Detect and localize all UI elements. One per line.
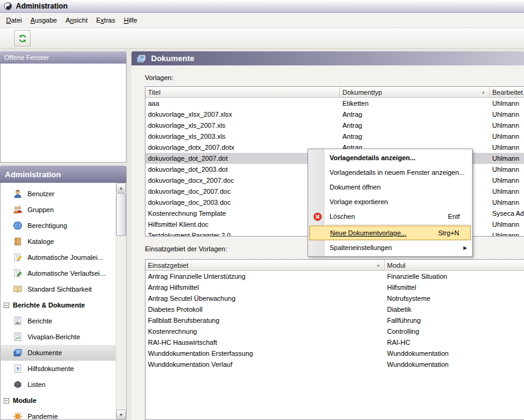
admin-panel-header: Administration bbox=[0, 166, 127, 183]
column-header-einsatzgebiet[interactable]: Einsatzgebiet▲ bbox=[146, 260, 385, 270]
table-cell: Antrag bbox=[340, 131, 490, 142]
toolbar-refresh-button[interactable] bbox=[14, 30, 31, 46]
menu-ausgabe[interactable]: Ausgabe bbox=[26, 14, 61, 26]
scrollbar-thumb[interactable] bbox=[116, 193, 126, 236]
sidebar-item-label: Gruppen bbox=[28, 206, 54, 213]
context-menu-item-loeschen[interactable]: LöschenEntf bbox=[309, 209, 471, 224]
sidebar-item-automatische-verlaufsei[interactable]: Automatische Verlaufsei... bbox=[1, 265, 116, 281]
sidebar-item-label: Dokumente bbox=[28, 349, 62, 356]
table-row[interactable]: aaaEtikettenUhlmann bbox=[146, 98, 524, 109]
context-menu-item-neue-dokumentvorlage[interactable]: Neue Dokumentvorlage...Strg+N bbox=[309, 226, 471, 240]
delete-icon bbox=[309, 212, 325, 221]
vorlagen-label: Vorlagen: bbox=[145, 74, 173, 81]
collapse-icon[interactable]: − bbox=[4, 303, 9, 308]
open-windows-list[interactable] bbox=[0, 64, 127, 163]
sidebar-item-module[interactable]: −Module bbox=[1, 392, 116, 408]
table-cell: Uhlmann bbox=[490, 120, 524, 131]
table-row[interactable]: KostenrechnungControlling bbox=[146, 326, 524, 337]
table-row[interactable]: Antrag Finanzielle UnterstützungFinanzie… bbox=[146, 271, 524, 282]
table-row[interactable]: Fallblatt BerufsberatungFallführung bbox=[146, 315, 524, 326]
collapse-icon[interactable]: − bbox=[4, 398, 9, 403]
sidebar-item-pandemie[interactable]: Pandemie bbox=[1, 408, 116, 420]
table-row[interactable]: RAI-HC HauswirtschaftRAI-HC bbox=[146, 337, 524, 348]
einsatzgebiet-label: Einsatzgebiet der Vorlagen: bbox=[145, 245, 227, 252]
sidebar-item-automatische-journalei[interactable]: Automatische Journalei... bbox=[1, 249, 116, 265]
sidebar-item-berichte[interactable]: Berichte bbox=[1, 313, 116, 329]
table-row[interactable]: Wunddokumentation VerlaufWunddokumentati… bbox=[146, 359, 524, 370]
shortcut-label: Strg+N bbox=[438, 229, 467, 237]
sidebar-item-berechtigung[interactable]: Berechtigung bbox=[1, 218, 116, 234]
sidebar-item-benutzer[interactable]: Benutzer bbox=[1, 186, 116, 202]
sidebar-item-label: Automatische Journalei... bbox=[28, 254, 103, 261]
visibility-icon bbox=[13, 284, 23, 294]
toolbar bbox=[0, 28, 524, 49]
table-cell: Antrag Finanzielle Unterstützung bbox=[146, 271, 385, 282]
tree-scrollbar[interactable]: ▲ ▼ bbox=[116, 183, 125, 419]
admin-panel-title: Administration bbox=[5, 170, 61, 179]
documents-panel-title: Dokumente bbox=[151, 54, 194, 63]
table-cell: dokuvorlage_xlsx_2007.xlsx bbox=[146, 109, 340, 120]
sidebar-item-hilfsdokumente[interactable]: ?Hilfsdokumente bbox=[1, 361, 116, 377]
journal-icon bbox=[13, 252, 23, 262]
sidebar-item-berichte-dokumente[interactable]: −Berichte & Dokumente bbox=[1, 297, 116, 313]
table-cell: Wunddokumentation bbox=[385, 348, 524, 359]
scrollbar-down-button[interactable]: ▼ bbox=[116, 410, 126, 419]
column-header-dokumenttyp[interactable]: Dokumenttyp▲ bbox=[340, 87, 490, 97]
sidebar-item-standard-sichtbarkeit[interactable]: Standard Sichtbarkeit bbox=[1, 281, 116, 297]
admin-tree: ▲ ▼ BenutzerGruppenBerechtigungKatalogeA… bbox=[0, 183, 127, 420]
column-header-modul[interactable]: Modul bbox=[385, 260, 524, 270]
menu-hilfe[interactable]: Hilfe bbox=[119, 14, 141, 26]
column-header-label: Dokumenttyp bbox=[342, 89, 382, 96]
svg-text:?: ? bbox=[16, 366, 20, 372]
sidebar-item-label: Pandemie bbox=[28, 413, 58, 420]
table-row[interactable]: Diabetes ProtokollDiabetik bbox=[146, 304, 524, 315]
column-header-label: Modul bbox=[387, 262, 405, 269]
context-menu-item-vorlagendetails-anzeigen[interactable]: Vorlagendetails anzeigen... bbox=[309, 150, 471, 165]
column-header-bearbeitet-d[interactable]: Bearbeitet d bbox=[490, 87, 524, 97]
table-cell: Notrufsysteme bbox=[385, 293, 524, 304]
sidebar-item-label: Listen bbox=[28, 381, 45, 388]
table-cell: Wunddokumentation Ersterfassung bbox=[146, 348, 385, 359]
table-row[interactable]: dokuvorlage_xls_2003.xlsAntragUhlmann bbox=[146, 131, 524, 142]
menu-datei[interactable]: Datei bbox=[2, 14, 26, 26]
menu-extras[interactable]: Extras bbox=[92, 14, 119, 26]
sidebar-item-label: Vivaplan-Berichte bbox=[28, 333, 80, 341]
shortcut-label: Entf bbox=[448, 213, 467, 220]
scrollbar-up-button[interactable]: ▲ bbox=[116, 183, 126, 193]
history-icon bbox=[13, 268, 23, 278]
table-cell: Uhlmann bbox=[490, 142, 524, 153]
sidebar-item-listen[interactable]: Listen bbox=[1, 377, 116, 392]
app-icon bbox=[3, 1, 13, 11]
table-cell: dokuvorlage_xls_2007.xls bbox=[146, 120, 340, 131]
table-cell: aaa bbox=[146, 98, 340, 109]
table-cell: Uhlmann bbox=[490, 98, 524, 109]
table-row[interactable]: dokuvorlage_xls_2007.xlsAntragUhlmann bbox=[146, 120, 524, 131]
table-cell: Diabetes Protokoll bbox=[146, 304, 385, 315]
sidebar-item-label: Module bbox=[13, 397, 37, 404]
table-cell: Fallblatt Berufsberatung bbox=[146, 315, 385, 326]
documents-panel-header: Dokumente bbox=[131, 51, 524, 65]
sidebar-item-label: Berichte & Dokumente bbox=[13, 301, 85, 309]
menu-ansicht[interactable]: Ansicht bbox=[61, 14, 92, 26]
table-cell: Uhlmann bbox=[490, 153, 524, 164]
title-bar: Administration bbox=[0, 0, 524, 13]
table-row[interactable]: dokuvorlage_xlsx_2007.xlsxAntragUhlmann bbox=[146, 109, 524, 120]
table-row[interactable]: Wunddokumentation ErsterfassungWunddokum… bbox=[146, 348, 524, 359]
helpdoc-icon: ? bbox=[13, 364, 23, 374]
window-title: Administration bbox=[16, 2, 68, 10]
table-row[interactable]: Antrag Secutel ÜberwachungNotrufsysteme bbox=[146, 293, 524, 304]
table-cell: Uhlmann bbox=[490, 164, 524, 175]
sidebar-item-kataloge[interactable]: Kataloge bbox=[1, 234, 116, 249]
context-menu-item-spalteneinstellungen[interactable]: Spalteneinstellungen▶ bbox=[309, 240, 471, 255]
sidebar-item-vivaplan-berichte[interactable]: Vivaplan-Berichte bbox=[1, 329, 116, 345]
sidebar-item-dokumente[interactable]: Dokumente bbox=[1, 345, 116, 361]
table-cell: Antrag Secutel Überwachung bbox=[146, 293, 385, 304]
vorlagen-table-header-row: TitelDokumenttyp▲Bearbeitet d bbox=[146, 87, 524, 98]
context-menu-item-vorlage-exportieren[interactable]: Vorlage exportieren bbox=[309, 194, 471, 209]
open-windows-panel-header: Offene Fenster bbox=[0, 51, 127, 64]
sidebar-item-gruppen[interactable]: Gruppen bbox=[1, 202, 116, 218]
table-row[interactable]: Antrag HilfsmittelHilfsmittel bbox=[146, 282, 524, 293]
context-menu-item-vorlagendetails-in-neuem-fenster-anzeigen[interactable]: Vorlagendetails in neuem Fenster anzeige… bbox=[309, 165, 471, 180]
context-menu-item-dokument-oeffnen[interactable]: Dokument öffnen bbox=[309, 180, 471, 194]
column-header-titel[interactable]: Titel bbox=[146, 87, 340, 97]
